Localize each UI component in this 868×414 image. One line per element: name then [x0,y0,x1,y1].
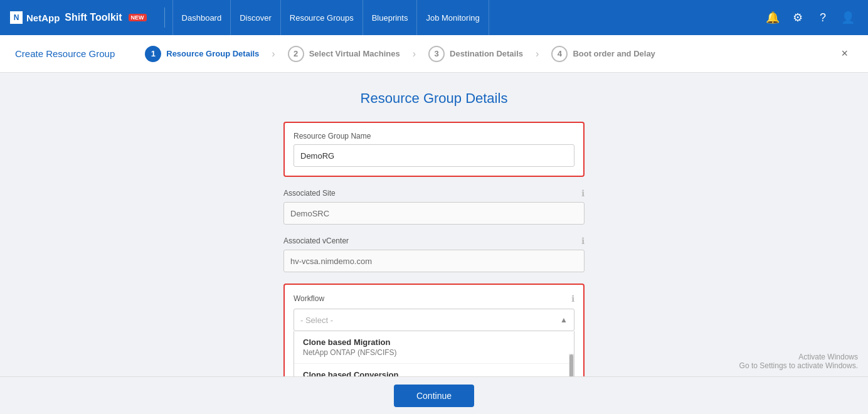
rg-name-label: Resource Group Name [294,132,574,141]
user-icon[interactable]: 👤 [838,8,858,28]
assoc-site-input [283,202,585,225]
step-1-label: Resource Group Details [166,49,259,58]
wizard-step-4[interactable]: 4 Boot order and Delay [541,46,665,62]
nav-blueprints[interactable]: Blueprints [363,0,418,35]
workflow-header: Workflow ℹ [294,294,574,304]
assoc-site-field-group: Associated Site ℹ [283,188,585,225]
form-title: Resource Group Details [361,90,508,107]
toolkit-name-label: Shift Toolkit [65,12,122,23]
assoc-site-info-icon[interactable]: ℹ [581,188,585,198]
nav-dashboard[interactable]: Dashboard [172,0,231,35]
workflow-select-trigger[interactable]: - Select - ▲ [294,309,574,331]
rg-name-input[interactable] [294,144,574,167]
rg-name-field-group: Resource Group Name [283,122,585,177]
workflow-info-icon[interactable]: ℹ [571,294,574,304]
wizard-steps: 1 Resource Group Details › 2 Select Virt… [135,46,836,62]
step-2-label: Select Virtual Machines [309,49,400,58]
nav-links: Dashboard Discover Resource Groups Bluep… [172,0,763,35]
nav-divider [164,8,165,28]
workflow-search-input[interactable] [300,316,555,325]
form-container: Resource Group Name Associated Site ℹ As… [283,122,585,407]
assoc-vcenter-label: Associated vCenter [283,236,349,245]
step-connector-2: › [413,48,416,60]
wizard-step-1[interactable]: 1 Resource Group Details [135,46,269,62]
netapp-label: NetApp [26,13,60,23]
assoc-vcenter-input [283,250,585,272]
scrollbar-thumb [569,354,573,380]
wizard-step-2[interactable]: 2 Select Virtual Machines [278,46,410,62]
nav-resource-groups[interactable]: Resource Groups [281,0,363,35]
continue-button[interactable]: Continue [394,385,474,407]
help-icon[interactable]: ? [813,8,833,28]
step-4-circle: 4 [551,46,568,62]
notification-icon[interactable]: 🔔 [763,8,783,28]
wizard-page-title: Create Resource Group [15,48,115,59]
step-connector-1: › [272,48,275,60]
assoc-site-label: Associated Site [283,189,336,198]
step-4-label: Boot order and Delay [573,49,655,58]
step-connector-3: › [536,48,539,60]
wizard-step-3[interactable]: 3 Destination Details [418,46,533,62]
new-badge: NEW [129,14,147,21]
assoc-vcenter-info-icon[interactable]: ℹ [581,236,585,246]
assoc-vcenter-field-group: Associated vCenter ℹ [283,236,585,272]
step-3-circle: 3 [428,46,445,62]
top-navigation: N NetApp Shift Toolkit NEW Dashboard Dis… [0,0,868,35]
workflow-dropdown-arrow: ▲ [560,316,568,324]
footer-bar: Continue [0,376,868,414]
wizard-bar: Create Resource Group 1 Resource Group D… [0,35,868,73]
workflow-option-1-main: Clone based Migration [303,337,565,347]
step-1-circle: 1 [145,46,161,62]
nav-job-monitoring[interactable]: Job Monitoring [417,0,489,35]
main-content: Resource Group Details Resource Group Na… [0,73,868,414]
step-2-circle: 2 [288,46,304,62]
settings-icon[interactable]: ⚙ [788,8,808,28]
netapp-logo: N NetApp [10,11,60,24]
workflow-label: Workflow [294,294,324,303]
nav-discover[interactable]: Discover [231,0,281,35]
workflow-option-1[interactable]: Clone based Migration NetApp ONTAP (NFS/… [294,331,574,364]
nav-icons-area: 🔔 ⚙ ? 👤 [763,8,858,28]
wizard-close-button[interactable]: × [836,45,853,63]
netapp-square-icon: N [10,11,23,24]
workflow-option-1-sub: NetApp ONTAP (NFS/CIFS) [303,348,565,357]
brand-area: N NetApp Shift Toolkit NEW [10,11,147,24]
step-3-label: Destination Details [450,49,523,58]
